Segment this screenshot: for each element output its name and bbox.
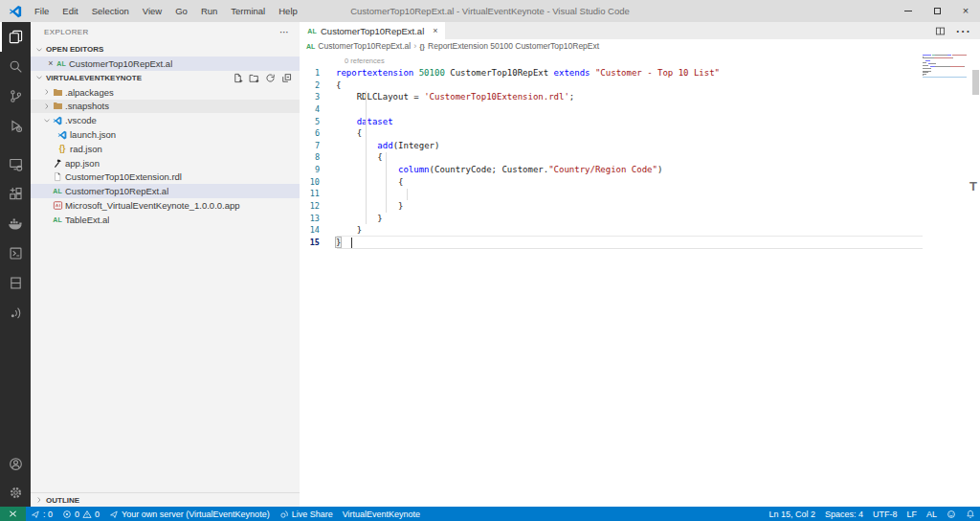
status-encoding[interactable]: UTF-8 [868,507,902,521]
code-line-15[interactable]: 15} [300,237,980,249]
code-line-14[interactable]: 14 } [300,224,980,237]
code-line-5[interactable]: 5 dataset [300,116,980,128]
activitybar-settings[interactable] [0,478,31,507]
project-header[interactable]: VIRTUALEVENTKEYNOTE [31,71,300,85]
line-number: 9 [300,164,328,176]
line-number: 12 [300,200,328,213]
code-line-8[interactable]: 8 { [300,151,980,164]
token: } [336,225,362,235]
tree-item-label: .snapshots [65,101,109,111]
tree-item-microsoft-virtualeventkeynote-1-0-0-0-app[interactable]: Microsoft_VirtualEventKeynote_1.0.0.0.ap… [31,198,300,213]
code-text: column(CountryCode; Customer."Country/Re… [336,164,662,176]
open-editor-item[interactable]: ×ALCustomerTop10RepExt.al [31,57,300,71]
editor-scrollbar[interactable] [972,70,979,95]
code-line-10[interactable]: 10 { [300,176,980,189]
status-language-mode[interactable]: AL [922,507,942,521]
close-icon[interactable]: × [433,26,437,35]
sidebar-header: EXPLORER ⋯ [31,22,300,42]
menu-go[interactable]: Go [168,0,194,22]
code-text: add(Integer) [336,140,439,152]
tree-item-tableext-al[interactable]: ALTableExt.al [31,213,300,227]
code-line-3[interactable]: 3 RDLCLayout = 'CustomerTop10Extension.r… [300,91,980,103]
folder-icon [52,101,63,111]
menu-view[interactable]: View [136,0,168,22]
token: extends [554,68,590,78]
activitybar-accounts[interactable] [0,449,31,478]
collapse-all-icon[interactable] [281,73,292,83]
status-feedback[interactable] [942,507,961,521]
maximize-button[interactable] [923,0,951,22]
status-rad-counter[interactable]: : 0 [26,507,57,521]
status-live-share[interactable]: Live Share [275,507,338,521]
breadcrumb-item[interactable]: ReportExtension 50100 CustomerTop10RepEx… [428,41,599,51]
code-line-13[interactable]: 13 } [300,213,980,225]
status-eol[interactable]: LF [902,507,922,521]
activitybar-remote-terminal[interactable] [0,238,31,268]
minimap-seg [950,66,965,67]
code-line-7[interactable]: 7 add(Integer) [300,140,980,152]
close-icon[interactable]: × [46,58,56,68]
tree-item--snapshots[interactable]: .snapshots [31,100,300,114]
more-icon[interactable]: ⋯ [955,22,971,40]
tree-item-app-json[interactable]: app.json [31,156,300,170]
menu-run[interactable]: Run [194,0,224,22]
activitybar-source-control[interactable] [0,81,31,111]
new-file-icon[interactable] [233,73,243,83]
breadcrumb-item[interactable]: CustomerTop10RepExt.al [318,41,411,51]
status-text: VirtualEventKeynote [343,510,420,519]
code-line-11[interactable]: 11 [300,188,980,200]
tree-item-rad-json[interactable]: {}rad.json [31,142,300,156]
activitybar-docker[interactable] [0,209,31,238]
activitybar-search[interactable] [0,52,31,81]
code-line-12[interactable]: 12 } [300,200,980,213]
close-button[interactable]: × [951,0,980,22]
minimize-button[interactable] [894,0,923,22]
menu-edit[interactable]: Edit [56,0,84,22]
status-project-name[interactable]: VirtualEventKeynote [338,507,425,521]
menu-help[interactable]: Help [272,0,304,22]
status-left: : 000Your own server (VirtualEventKeynot… [0,507,425,521]
al-icon: AL [52,216,63,223]
activitybar-remote-explorer[interactable] [0,149,31,179]
activitybar-broadcast[interactable] [0,298,31,328]
status-notifications[interactable] [961,507,980,521]
status-cursor-position[interactable]: Ln 15, Col 2 [764,507,820,521]
code-editor[interactable]: 0 references 1reportextension 50100 Cust… [300,53,980,507]
activitybar-extensions[interactable] [0,179,31,209]
activitybar-explorer[interactable] [0,22,31,52]
status-remote-indicator[interactable] [0,507,26,521]
tree-item-customertop10extension-rdl[interactable]: CustomerTop10Extension.rdl [31,170,300,185]
more-icon[interactable]: ⋯ [279,27,290,37]
refresh-icon[interactable] [265,73,276,83]
menu-selection[interactable]: Selection [85,0,136,22]
menu-terminal[interactable]: Terminal [224,0,272,22]
token: "Country/Region Code" [548,165,657,174]
status-text: : 0 [43,510,53,519]
status-right: Ln 15, Col 2Spaces: 4UTF-8LFAL [764,507,980,521]
split-editor-icon[interactable] [935,26,946,36]
minimap[interactable] [923,55,967,93]
codelens-references[interactable]: 0 references [300,55,980,67]
tree-item--alpackages[interactable]: .alpackages [31,85,300,100]
new-folder-icon[interactable] [249,73,259,83]
activitybar-storage[interactable] [0,268,31,298]
tab-customertop10repext[interactable]: AL CustomerTop10RepExt.al × [300,22,445,39]
menu-file[interactable]: File [28,0,56,22]
status-problems[interactable]: 00 [57,507,104,521]
code-line-9[interactable]: 9 column(CountryCode; Customer."Country/… [300,164,980,176]
tree-item--vscode[interactable]: .vscode [31,113,300,127]
minimap-seg [923,68,931,69]
outline-header[interactable]: OUTLINE [31,492,300,507]
line-number: 5 [300,116,328,128]
activitybar-run-debug[interactable] [0,111,31,141]
open-editors-header[interactable]: OPEN EDITORS [31,42,300,57]
status-indentation[interactable]: Spaces: 4 [820,507,868,521]
code-line-4[interactable]: 4 [300,103,980,116]
code-line-6[interactable]: 6 { [300,127,980,140]
code-line-1[interactable]: 1reportextension 50100 CustomerTop10RepE… [300,67,980,79]
code-line-2[interactable]: 2{ [300,79,980,92]
line-number: 4 [300,103,328,116]
tree-item-launch-json[interactable]: launch.json [31,127,300,142]
tree-item-customertop10repext-al[interactable]: ALCustomerTop10RepExt.al [31,184,300,198]
status-al-server[interactable]: Your own server (VirtualEventKeynote) [104,507,275,521]
